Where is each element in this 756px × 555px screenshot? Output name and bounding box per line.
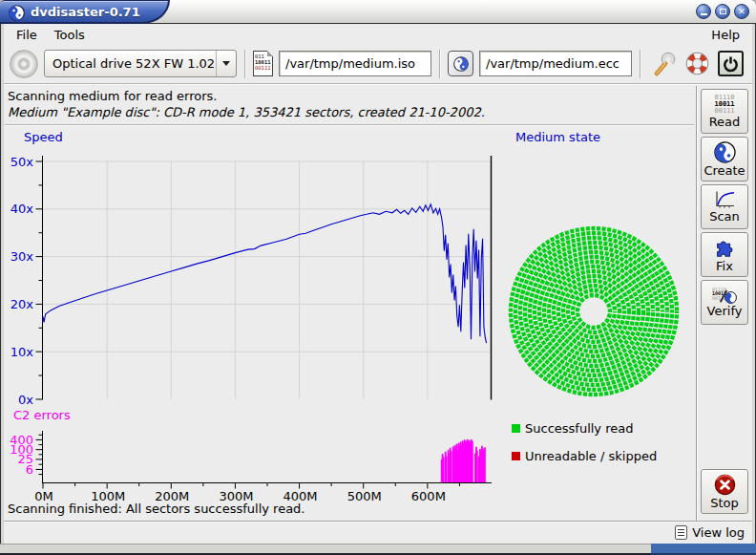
svg-text:30x: 30x [10, 249, 34, 264]
status-line-action: Scanning medium for read errors. [8, 89, 217, 103]
legend-label-success: Successfully read [525, 421, 633, 436]
legend-item-unreadable: Unreadable / skipped [512, 449, 657, 463]
stop-icon [714, 474, 736, 496]
main-area: Scanning medium for read errors. Medium … [0, 86, 756, 521]
toolbar: Optical drive 52X FW 1.02 011 10011 0011… [4, 44, 752, 84]
scan-result-text: Scanning finished: All sectors successfu… [8, 502, 305, 516]
ecc-file-icon [448, 51, 473, 76]
drive-selector-value: Optical drive 52X FW 1.02 [45, 56, 216, 71]
stop-button[interactable]: Stop [701, 469, 748, 514]
yin-yang-icon [714, 141, 736, 163]
quit-power-button[interactable] [718, 51, 744, 76]
legend-swatch-red [512, 452, 520, 460]
svg-text:20x: 20x [10, 297, 34, 311]
svg-text:40x: 40x [10, 202, 34, 216]
stop-button-label: Stop [710, 496, 739, 510]
window-resize-corner[interactable] [651, 544, 756, 555]
create-button-label: Create [704, 163, 745, 178]
help-lifesaver-icon[interactable] [684, 51, 710, 76]
legend-item-success: Successfully read [512, 421, 633, 436]
window-frame-bottom [0, 544, 756, 555]
app-window: dvdisaster-0.71 ✕ File Tools Help Optica… [0, 0, 756, 555]
read-button[interactable]: 01110 10011 00111 Read [701, 89, 748, 134]
chevron-down-icon[interactable] [216, 51, 236, 76]
svg-text:50x: 50x [10, 155, 34, 169]
fix-button-label: Fix [716, 259, 733, 273]
create-button[interactable]: Create [701, 137, 748, 181]
svg-text:500M: 500M [347, 489, 382, 503]
sidebar: 01110 10011 00111 Read Create [696, 86, 752, 521]
legend-swatch-green [512, 424, 520, 433]
view-log-button[interactable]: View log [692, 525, 745, 540]
verify-button[interactable]: 01110 10011 00111 Verify [701, 280, 748, 325]
svg-text:6: 6 [26, 462, 33, 477]
svg-text:0x: 0x [18, 393, 33, 407]
iso-path-input[interactable] [279, 51, 431, 76]
minimize-button[interactable] [696, 4, 711, 19]
drive-selector[interactable]: Optical drive 52X FW 1.02 [44, 50, 237, 77]
optical-disc-icon [10, 50, 38, 78]
status-line-medium-info: Medium "Example disc": CD-R mode 1, 3534… [8, 105, 485, 119]
legend-label-unreadable: Unreadable / skipped [525, 449, 657, 463]
dvdisaster-logo-icon [9, 5, 25, 21]
toolbar-separator [439, 50, 440, 78]
titlebar[interactable]: dvdisaster-0.71 ✕ [0, 0, 756, 24]
fix-button[interactable]: Fix [701, 232, 748, 277]
svg-text:10x: 10x [10, 345, 34, 359]
menu-tools[interactable]: Tools [46, 27, 94, 43]
menu-file[interactable]: File [8, 27, 46, 43]
mini-chart-icon [713, 190, 736, 209]
menu-help[interactable]: Help [703, 27, 748, 43]
scan-button-label: Scan [709, 209, 740, 224]
toolbar-separator [244, 50, 245, 78]
toolbar-separator [640, 50, 640, 78]
close-button[interactable]: ✕ [734, 4, 749, 19]
verify-button-label: Verify [707, 304, 743, 318]
puzzle-piece-icon [713, 236, 736, 259]
read-button-label: Read [709, 115, 741, 129]
iso-file-icon: 011 10011 00111 [253, 51, 273, 76]
window-frame-left [0, 24, 4, 544]
preferences-wrench-icon[interactable] [652, 52, 677, 76]
menubar: File Tools Help [4, 25, 752, 44]
window-title: dvdisaster-0.71 [31, 5, 140, 19]
log-list-icon [675, 525, 687, 540]
svg-text:600M: 600M [411, 489, 446, 503]
window-frame-right [752, 24, 756, 544]
scan-button[interactable]: Scan [701, 184, 748, 229]
status-bar: View log [0, 521, 756, 544]
maximize-button[interactable] [715, 4, 730, 19]
titlebar-tab: dvdisaster-0.71 [0, 0, 170, 24]
binary-digits-icon: 01110 10011 00111 [714, 95, 734, 115]
ecc-path-input[interactable] [479, 51, 632, 76]
verify-icon: 01110 10011 00111 [712, 288, 737, 304]
